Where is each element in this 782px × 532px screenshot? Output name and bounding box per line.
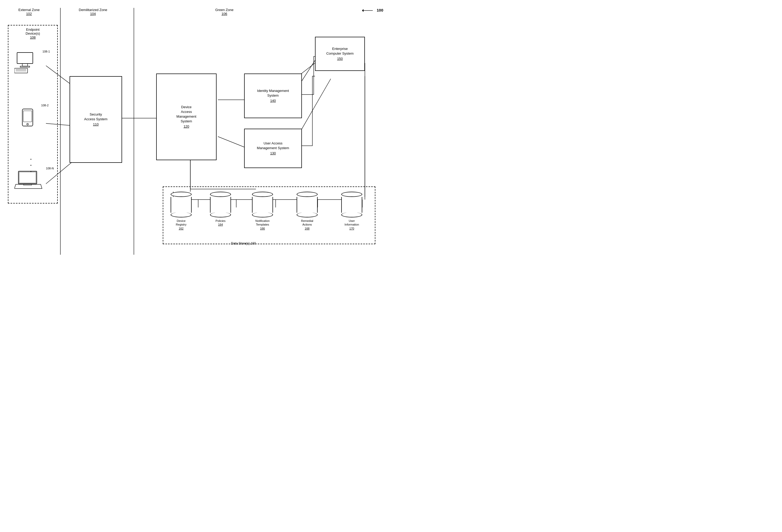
cylinder-remedial-actions: RemedialActions 168 [297,192,318,230]
endpoint-label: Endpoint Device(s) 108 [8,28,57,39]
device-108-n-label: 108-N [46,167,54,170]
zone-dmz-label: Demilitarized Zone 104 [79,8,107,16]
ref-arrow [362,7,378,14]
cylinder-notification-templates: NotificationTemplates 166 [252,192,273,230]
svg-rect-34 [23,111,32,122]
device-108-2-label: 108-2 [41,104,48,107]
device-108-n: 108-N [14,171,43,191]
svg-rect-36 [19,172,36,183]
datastore-label: Data Store(s) 160 [231,242,256,245]
svg-line-7 [218,137,244,147]
svg-rect-28 [20,66,30,67]
device-108-1: 108-1 [14,51,41,76]
svg-rect-27 [22,64,28,66]
svg-rect-35 [19,171,37,184]
security-access-system-box: SecurityAccess System 110 [70,76,122,163]
zone-external-label: External Zone 102 [19,8,40,16]
cylinder-device-registry: DeviceRegistry 162 [171,192,191,230]
diagram: External Zone 102 Demilitarized Zone 104… [0,0,391,266]
svg-rect-29 [14,68,28,73]
svg-point-33 [27,123,28,125]
user-access-mgmt-box: User AccessManagement System 130 [244,129,302,168]
device-108-1-label: 108-1 [42,50,50,53]
cylinder-user-information: UserInformation 170 [341,192,362,230]
identity-mgmt-box: Identity ManagementSystem 140 [244,73,302,118]
enterprise-computer-box: EnterpriseComputer System 150 [315,37,365,71]
cylinder-policies: Policies 164 [210,192,231,226]
dots: . . . [30,155,32,173]
svg-marker-25 [362,9,363,12]
device-108-2: 108-2 [21,108,39,135]
zone-green-label: Green Zone 106 [215,8,234,16]
device-access-mgmt-box: DeviceAccessManagementSystem 120 [156,73,217,160]
svg-rect-26 [17,52,33,64]
